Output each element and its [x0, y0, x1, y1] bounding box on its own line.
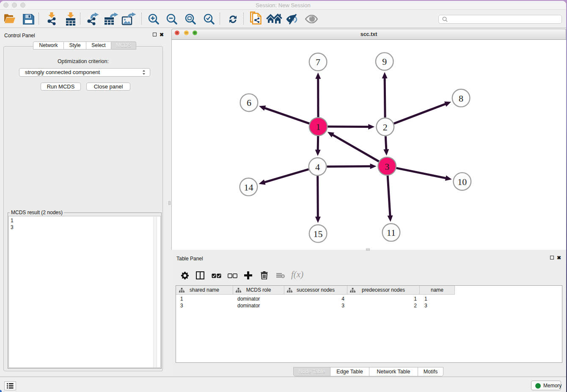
svg-text:1: 1 — [316, 121, 321, 132]
svg-text:7: 7 — [316, 57, 320, 67]
svg-text:3: 3 — [385, 161, 389, 172]
svg-text:2: 2 — [383, 122, 388, 133]
svg-text:11: 11 — [387, 227, 396, 238]
svg-text:15: 15 — [314, 229, 323, 239]
svg-text:14: 14 — [244, 182, 253, 193]
svg-text:8: 8 — [459, 93, 463, 104]
svg-text:6: 6 — [247, 97, 251, 108]
svg-text:9: 9 — [382, 56, 387, 67]
svg-text:10: 10 — [457, 177, 467, 187]
svg-text:4: 4 — [315, 162, 320, 172]
